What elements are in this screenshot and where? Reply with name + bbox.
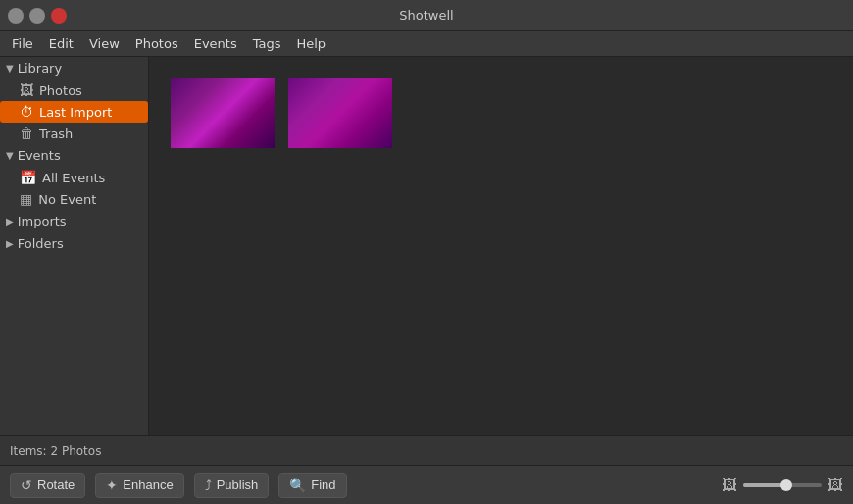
rotate-icon: ↺ xyxy=(21,478,32,493)
sidebar-item-all-events-label: All Events xyxy=(42,171,105,185)
photos-icon: 🖼 xyxy=(20,82,33,98)
menu-file[interactable]: File xyxy=(4,34,41,53)
no-event-icon: ▦ xyxy=(20,191,32,207)
main-area: ▼ Library 🖼 Photos ⏱ Last Import 🗑 Trash… xyxy=(0,57,853,435)
publish-icon: ⤴ xyxy=(205,478,212,493)
statusbar: Items: 2 Photos xyxy=(0,435,853,465)
find-label: Find xyxy=(311,478,335,492)
last-import-icon: ⏱ xyxy=(20,104,33,120)
publish-button[interactable]: ⤴ Publish xyxy=(194,473,270,498)
sidebar-item-no-event[interactable]: ▦ No Event xyxy=(0,188,148,210)
events-arrow: ▼ xyxy=(6,150,14,161)
photo-thumbnail-2[interactable] xyxy=(286,76,394,150)
find-button[interactable]: 🔍 Find xyxy=(278,473,346,498)
events-section[interactable]: ▼ Events xyxy=(0,144,148,167)
zoom-area: 🖼 🖼 xyxy=(722,476,843,494)
items-value: 2 Photos xyxy=(50,444,101,458)
sidebar-item-photos[interactable]: 🖼 Photos xyxy=(0,79,148,101)
sidebar-item-all-events[interactable]: 📅 All Events xyxy=(0,167,148,188)
menubar: File Edit View Photos Events Tags Help xyxy=(0,31,853,57)
zoom-thumb xyxy=(780,479,792,491)
zoom-out-icon: 🖼 xyxy=(722,476,737,494)
enhance-icon: ✦ xyxy=(106,478,118,493)
close-button[interactable]: × xyxy=(51,8,67,24)
library-section[interactable]: ▼ Library xyxy=(0,57,148,79)
sidebar-item-trash-label: Trash xyxy=(39,126,73,141)
imports-arrow: ▶ xyxy=(6,216,14,227)
imports-section[interactable]: ▶ Imports xyxy=(0,210,148,232)
menu-help[interactable]: Help xyxy=(288,34,333,53)
toolbar: ↺ Rotate ✦ Enhance ⤴ Publish 🔍 Find 🖼 🖼 xyxy=(0,465,853,504)
folders-section[interactable]: ▶ Folders xyxy=(0,232,148,255)
menu-view[interactable]: View xyxy=(81,34,127,53)
photo-thumbnail-1[interactable] xyxy=(169,76,276,150)
sidebar-item-trash[interactable]: 🗑 Trash xyxy=(0,123,148,144)
app-title: Shotwell xyxy=(67,8,786,23)
menu-events[interactable]: Events xyxy=(186,34,245,53)
sidebar: ▼ Library 🖼 Photos ⏱ Last Import 🗑 Trash… xyxy=(0,57,149,435)
library-label: Library xyxy=(18,61,62,76)
search-icon: 🔍 xyxy=(289,478,306,493)
folders-label: Folders xyxy=(18,236,64,251)
photo-grid xyxy=(149,57,853,435)
menu-tags[interactable]: Tags xyxy=(245,34,289,53)
zoom-slider[interactable] xyxy=(743,483,822,487)
titlebar: − □ × Shotwell xyxy=(0,0,853,31)
enhance-label: Enhance xyxy=(123,478,173,492)
events-label: Events xyxy=(18,148,61,163)
all-events-icon: 📅 xyxy=(20,170,36,185)
library-arrow: ▼ xyxy=(6,63,14,74)
rotate-label: Rotate xyxy=(37,478,75,492)
maximize-button[interactable]: □ xyxy=(29,8,45,24)
sidebar-item-last-import[interactable]: ⏱ Last Import xyxy=(0,101,148,123)
items-label: Items: xyxy=(10,444,47,458)
publish-label: Publish xyxy=(217,478,259,492)
imports-label: Imports xyxy=(18,214,67,228)
sidebar-item-photos-label: Photos xyxy=(39,83,82,98)
zoom-in-icon: 🖼 xyxy=(828,476,843,494)
menu-edit[interactable]: Edit xyxy=(41,34,81,53)
enhance-button[interactable]: ✦ Enhance xyxy=(95,473,183,498)
photo-image-2 xyxy=(288,78,392,148)
rotate-button[interactable]: ↺ Rotate xyxy=(10,473,85,498)
sidebar-item-last-import-label: Last Import xyxy=(39,105,112,120)
sidebar-item-no-event-label: No Event xyxy=(38,192,96,207)
trash-icon: 🗑 xyxy=(20,126,33,141)
menu-photos[interactable]: Photos xyxy=(127,34,186,53)
folders-arrow: ▶ xyxy=(6,238,14,249)
photo-image-1 xyxy=(171,78,275,148)
minimize-button[interactable]: − xyxy=(8,8,24,24)
